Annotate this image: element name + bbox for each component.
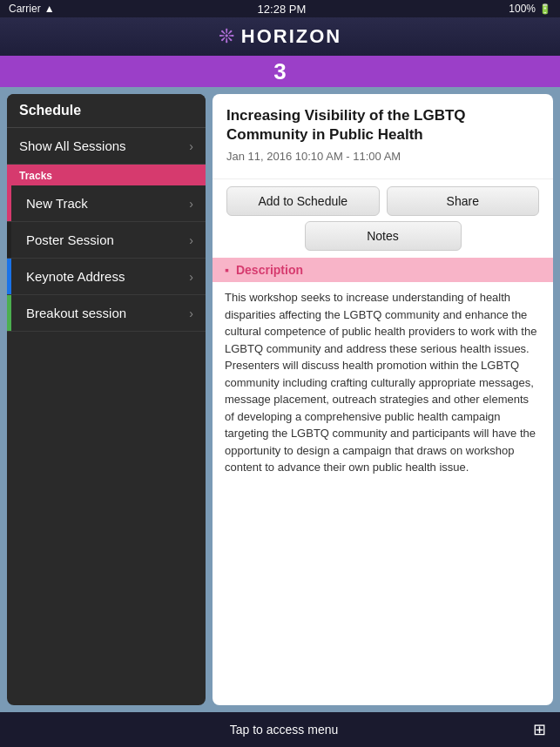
sidebar-item-poster-session[interactable]: Poster Session ›	[7, 222, 206, 259]
tap-to-access-label[interactable]: Tap to access menu	[35, 723, 533, 737]
sidebar-title: Schedule	[7, 94, 206, 128]
action-row-notes: Notes	[226, 221, 539, 251]
badge-count: 3	[273, 58, 286, 85]
chevron-icon: ›	[189, 233, 193, 247]
tracks-header-label: Tracks	[19, 170, 52, 182]
status-bar: Carrier ▲ 12:28 PM 100% 🔋	[0, 0, 560, 17]
description-header: ▪ Description	[213, 258, 553, 282]
chevron-icon: ›	[189, 306, 193, 320]
track-color-dot	[7, 259, 11, 294]
detail-header: Increasing Visibility of the LGBTQ Commu…	[213, 94, 553, 179]
sidebar-item-label: New Track	[19, 196, 88, 211]
status-right: 100% 🔋	[509, 3, 551, 15]
track-color-dot	[7, 222, 11, 258]
track-color-dot	[7, 185, 11, 221]
carrier-label: Carrier	[9, 3, 41, 15]
track-color-dot	[7, 295, 11, 331]
chevron-icon: ›	[189, 139, 193, 153]
description-label: Description	[236, 263, 303, 277]
tracks-section-header: Tracks	[7, 165, 206, 185]
sidebar-item-label: Keynote Address	[19, 269, 125, 284]
description-text: This workshop seeks to increase understa…	[213, 289, 553, 476]
time-label: 12:28 PM	[258, 3, 307, 16]
sidebar-item-breakout-session[interactable]: Breakout session ›	[7, 295, 206, 332]
bottom-bar: Tap to access menu ⊞	[0, 712, 560, 747]
sidebar-item-new-track[interactable]: New Track ›	[7, 185, 206, 222]
sidebar: Schedule Show All Sessions › Tracks New …	[7, 94, 206, 705]
description-icon: ▪	[225, 263, 229, 277]
detail-panel: Increasing Visibility of the LGBTQ Commu…	[213, 94, 553, 705]
sidebar-item-label: Poster Session	[19, 232, 114, 247]
detail-actions: Add to Schedule Share Notes	[213, 179, 553, 258]
app-title: HORIZON	[241, 25, 341, 48]
sidebar-item-label: Breakout session	[19, 306, 126, 320]
sidebar-item-keynote-address[interactable]: Keynote Address ›	[7, 259, 206, 295]
app-header: ❊ HORIZON	[0, 17, 560, 56]
battery-icon: 🔋	[539, 3, 551, 15]
app-logo-icon: ❊	[219, 25, 234, 48]
wifi-icon: ▲	[44, 3, 55, 15]
chevron-icon: ›	[189, 197, 193, 211]
share-button[interactable]: Share	[387, 186, 540, 216]
description-section: ▪ Description This workshop seeks to inc…	[213, 258, 553, 705]
sidebar-item-show-all[interactable]: Show All Sessions ›	[7, 128, 206, 165]
notes-button[interactable]: Notes	[305, 221, 462, 251]
battery-label: 100%	[509, 3, 536, 15]
badge-bar: 3	[0, 56, 560, 87]
sidebar-item-label: Show All Sessions	[19, 138, 126, 153]
grid-icon[interactable]: ⊞	[533, 720, 546, 739]
add-to-schedule-button[interactable]: Add to Schedule	[226, 186, 380, 216]
action-row-primary: Add to Schedule Share	[226, 186, 539, 216]
chevron-icon: ›	[189, 270, 193, 284]
status-left: Carrier ▲	[9, 3, 55, 15]
detail-time: Jan 11, 2016 10:10 AM - 11:00 AM	[226, 150, 539, 163]
main-content: Schedule Show All Sessions › Tracks New …	[0, 87, 560, 712]
detail-title: Increasing Visibility of the LGBTQ Commu…	[226, 106, 539, 145]
